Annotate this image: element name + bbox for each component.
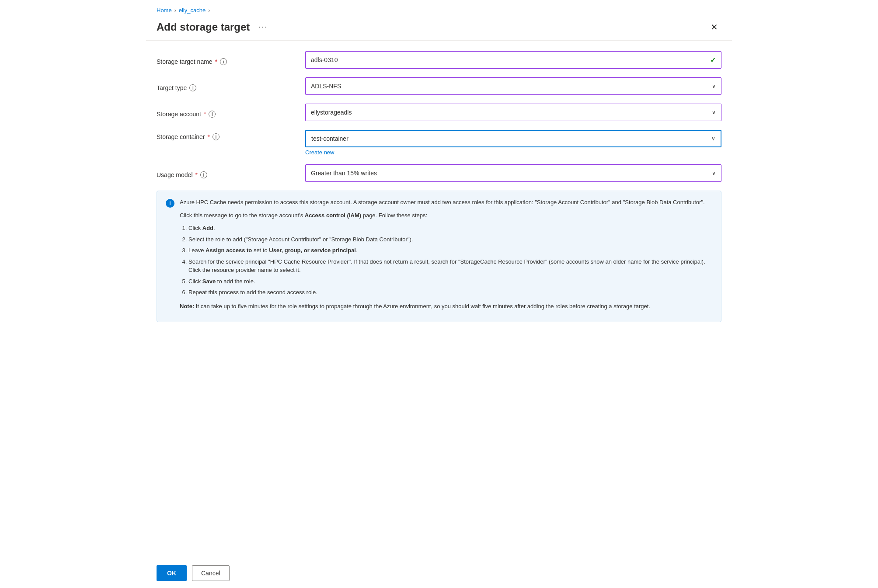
dialog-container: Home › elly_cache › Add storage target ·… (146, 0, 732, 588)
info-box-click-instruction: Click this message to go to the storage … (180, 211, 712, 220)
storage-target-name-input-wrapper[interactable]: adls-0310 ✓ (305, 51, 721, 69)
storage-account-row: Storage account * i ellystorageadls ∨ (157, 104, 721, 121)
usage-model-control: Greater than 15% writes ∨ (305, 164, 721, 182)
breadcrumb: Home › elly_cache › (146, 0, 732, 17)
target-type-select[interactable]: ADLS-NFS ∨ (305, 77, 721, 95)
storage-container-control: test-container ∨ Create new (305, 130, 721, 156)
cancel-button[interactable]: Cancel (192, 565, 230, 581)
dialog-title-area: Add storage target ··· (157, 21, 271, 33)
storage-target-name-check-icon: ✓ (710, 56, 716, 64)
usage-model-select[interactable]: Greater than 15% writes ∨ (305, 164, 721, 182)
storage-account-info-icon[interactable]: i (209, 111, 216, 118)
target-type-label: Target type (157, 84, 187, 91)
target-type-control: ADLS-NFS ∨ (305, 77, 721, 95)
storage-account-control: ellystorageadls ∨ (305, 104, 721, 121)
storage-account-required: * (204, 111, 206, 118)
usage-model-required: * (195, 171, 198, 178)
breadcrumb-sep-1: › (174, 7, 176, 14)
breadcrumb-cache[interactable]: elly_cache (179, 7, 206, 14)
storage-container-required: * (208, 133, 210, 140)
storage-target-name-control: adls-0310 ✓ (305, 51, 721, 69)
storage-target-name-label-group: Storage target name * i (157, 55, 305, 65)
storage-container-info-icon[interactable]: i (213, 133, 220, 140)
ok-button[interactable]: OK (157, 565, 187, 581)
storage-target-name-row: Storage target name * i adls-0310 ✓ (157, 51, 721, 69)
storage-container-label: Storage container (157, 133, 205, 140)
info-box-iam-label: Access control (IAM) (305, 212, 361, 219)
target-type-info-icon[interactable]: i (189, 84, 196, 91)
usage-model-label: Usage model (157, 171, 193, 178)
storage-account-label: Storage account (157, 111, 201, 118)
info-box-note: Note: It can take up to five minutes for… (180, 302, 712, 311)
target-type-row: Target type i ADLS-NFS ∨ (157, 77, 721, 95)
storage-account-value: ellystorageadls (311, 109, 712, 116)
storage-container-value: test-container (311, 135, 711, 142)
create-new-link[interactable]: Create new (305, 149, 721, 156)
storage-container-label-group: Storage container * i (157, 130, 305, 140)
info-box-icon: i (166, 199, 174, 208)
storage-target-name-label: Storage target name (157, 58, 213, 65)
storage-target-name-input[interactable]: adls-0310 (311, 56, 710, 63)
info-box-steps-list: Click Add. Select the role to add ("Stor… (180, 224, 712, 297)
info-box-intro: Azure HPC Cache needs permission to acce… (180, 198, 712, 207)
close-button[interactable]: ✕ (707, 21, 721, 33)
storage-container-row: Storage container * i test-container ∨ C… (157, 130, 721, 156)
dialog-footer: OK Cancel (146, 558, 732, 588)
info-box-step-5: Click Save to add the role. (188, 277, 712, 286)
storage-container-chevron-icon: ∨ (711, 136, 715, 142)
info-box-click-text: Click this message to go to the storage … (180, 212, 305, 219)
target-type-chevron-icon: ∨ (712, 83, 716, 89)
usage-model-info-icon[interactable]: i (200, 171, 207, 178)
storage-target-name-info-icon[interactable]: i (220, 58, 227, 65)
info-box-step-3: Leave Assign access to set to User, grou… (188, 246, 712, 255)
info-box-step-4: Search for the service principal "HPC Ca… (188, 257, 712, 275)
info-box-step-1: Click Add. (188, 224, 712, 233)
usage-model-chevron-icon: ∨ (712, 170, 716, 176)
dialog-header: Add storage target ··· ✕ (146, 17, 732, 41)
breadcrumb-home[interactable]: Home (157, 7, 172, 14)
usage-model-label-group: Usage model * i (157, 168, 305, 178)
info-box: i Azure HPC Cache needs permission to ac… (157, 191, 721, 322)
info-box-step-6: Repeat this process to add the second ac… (188, 288, 712, 297)
storage-container-wrapper: test-container ∨ Create new (305, 130, 721, 156)
dialog-title: Add storage target (157, 21, 250, 33)
ellipsis-button[interactable]: ··· (255, 21, 271, 33)
info-box-iam-suffix: page. Follow these steps: (361, 212, 427, 219)
info-box-step-2: Select the role to add ("Storage Account… (188, 235, 712, 244)
breadcrumb-sep-2: › (208, 7, 210, 14)
storage-account-label-group: Storage account * i (157, 107, 305, 118)
dialog-body: Storage target name * i adls-0310 ✓ Targ… (146, 41, 732, 558)
usage-model-value: Greater than 15% writes (311, 170, 712, 177)
storage-target-name-required: * (215, 58, 217, 65)
usage-model-row: Usage model * i Greater than 15% writes … (157, 164, 721, 182)
target-type-value: ADLS-NFS (311, 83, 712, 90)
storage-account-select[interactable]: ellystorageadls ∨ (305, 104, 721, 121)
info-box-content: Azure HPC Cache needs permission to acce… (180, 198, 712, 315)
storage-account-chevron-icon: ∨ (712, 109, 716, 115)
storage-container-select[interactable]: test-container ∨ (305, 130, 721, 147)
target-type-label-group: Target type i (157, 81, 305, 91)
